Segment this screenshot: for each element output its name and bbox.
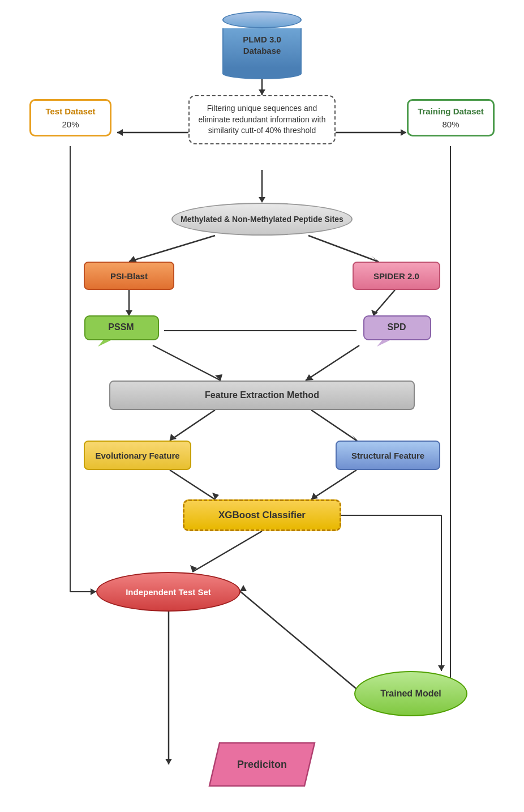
methylated-ellipse: Methylated & Non-Methylated Peptide Site… xyxy=(171,203,353,236)
svg-line-23 xyxy=(311,410,357,441)
database-cylinder: PLMD 3.0 Database xyxy=(222,11,302,79)
structural-feature-label: Structural Feature xyxy=(351,451,424,460)
svg-line-14 xyxy=(373,290,395,315)
training-dataset-title: Training Dataset xyxy=(413,106,488,116)
svg-marker-5 xyxy=(117,129,123,136)
ind-test-ellipse: Independent Test Set xyxy=(96,572,240,612)
svg-marker-30 xyxy=(190,565,197,572)
svg-marker-43 xyxy=(165,759,172,764)
feature-extraction-box: Feature Extraction Method xyxy=(109,381,415,410)
svg-marker-48 xyxy=(377,340,391,347)
svg-line-40 xyxy=(240,591,362,694)
training-dataset-box: Training Dataset 80% xyxy=(407,99,495,136)
psi-blast-box: PSI-Blast xyxy=(84,262,174,290)
svg-marker-17 xyxy=(215,374,222,381)
svg-marker-3 xyxy=(259,197,265,203)
svg-marker-24 xyxy=(352,435,358,441)
svg-text:Prediciton: Prediciton xyxy=(237,759,287,770)
filter-text: Filtering unique sequences and eliminate… xyxy=(199,104,326,135)
xgboost-box: XGBoost Classifier xyxy=(183,499,341,531)
svg-marker-11 xyxy=(371,256,379,262)
test-dataset-box: Test Dataset 20% xyxy=(29,99,111,136)
spd-bubble: SPD xyxy=(363,315,436,347)
svg-marker-22 xyxy=(170,434,177,441)
svg-marker-19 xyxy=(306,374,313,381)
svg-line-21 xyxy=(170,410,215,441)
svg-marker-45 xyxy=(98,340,112,347)
svg-line-27 xyxy=(311,470,357,499)
ind-test-label: Independent Test Set xyxy=(126,587,211,597)
svg-line-10 xyxy=(308,236,378,262)
spider-label: SPIDER 2.0 xyxy=(373,271,419,281)
svg-line-18 xyxy=(306,345,359,381)
filter-box: Filtering unique sequences and eliminate… xyxy=(188,95,336,144)
methylated-label: Methylated & Non-Methylated Peptide Site… xyxy=(181,215,343,224)
psi-blast-label: PSI-Blast xyxy=(110,271,148,281)
structural-feature-box: Structural Feature xyxy=(336,441,440,470)
training-dataset-pct: 80% xyxy=(413,119,488,129)
diagram: PLMD 3.0 Database Test Dataset 20% Filte… xyxy=(0,0,524,812)
db-label: PLMD 3.0 Database xyxy=(222,34,302,56)
svg-marker-1 xyxy=(259,89,265,95)
prediction-shape: Prediciton xyxy=(208,742,316,787)
evolutionary-feature-box: Evolutionary Feature xyxy=(84,441,191,470)
svg-line-8 xyxy=(129,236,215,262)
db-top xyxy=(222,11,302,28)
svg-marker-28 xyxy=(311,493,318,499)
svg-text:SPD: SPD xyxy=(388,322,406,332)
test-dataset-pct: 20% xyxy=(36,119,105,129)
spider-box: SPIDER 2.0 xyxy=(353,262,440,290)
feature-extraction-label: Feature Extraction Method xyxy=(205,390,319,400)
svg-text:PSSM: PSSM xyxy=(108,322,134,332)
svg-marker-33 xyxy=(91,588,96,595)
xgboost-label: XGBoost Classifier xyxy=(218,510,306,521)
trained-model-label: Trained Model xyxy=(380,689,441,699)
svg-line-29 xyxy=(192,531,262,572)
svg-marker-41 xyxy=(240,585,247,591)
pssm-bubble: PSSM xyxy=(84,315,163,347)
db-bottom xyxy=(222,68,302,79)
svg-line-25 xyxy=(170,470,215,499)
trained-model-ellipse: Trained Model xyxy=(354,671,467,716)
svg-marker-7 xyxy=(401,129,406,136)
svg-marker-39 xyxy=(438,665,445,671)
test-dataset-title: Test Dataset xyxy=(36,106,105,116)
svg-marker-26 xyxy=(212,493,219,499)
evolutionary-feature-label: Evolutionary Feature xyxy=(95,451,179,460)
svg-line-16 xyxy=(153,345,221,381)
